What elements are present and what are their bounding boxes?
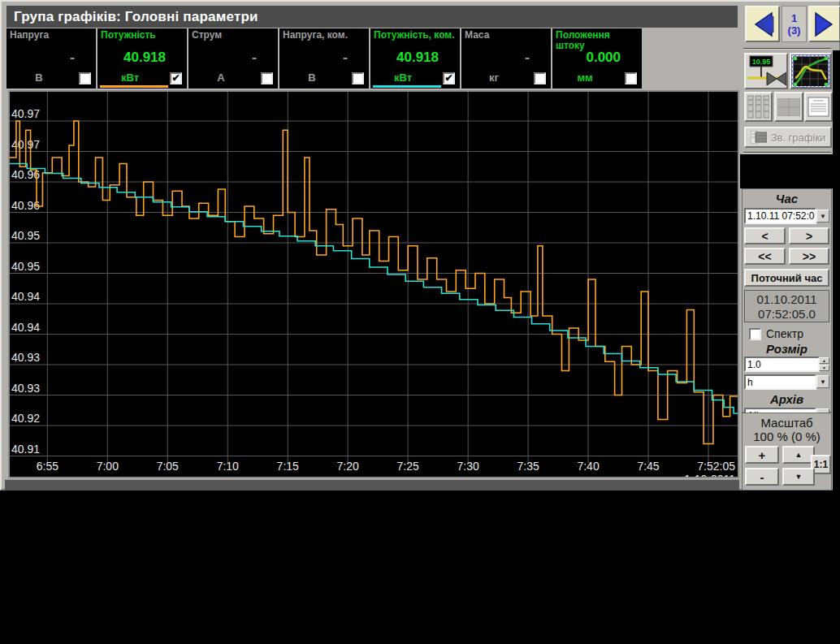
size-unit-dropdown-button[interactable]: ▼ [816,375,829,388]
scale-value: 100 % (0 %) [743,430,831,443]
datetime-display: 01.10.2011 07:52:05.0 [744,290,829,322]
svg-text:7:05: 7:05 [157,460,179,473]
valve-display-icon: 10.95 [746,54,786,88]
pan-up-button[interactable]: ▲ [782,446,815,464]
parameter-panel: Струм-А [188,28,278,89]
next-page-button[interactable] [808,6,840,42]
panel-label: Положення штоку [556,30,640,51]
panel-value: - [525,50,530,66]
panel-series-color-bar [100,85,168,88]
graphs-view-button[interactable] [790,53,832,89]
window-title: Група графіків: Головні параметри [6,6,738,28]
svg-text:7:30: 7:30 [457,460,479,473]
cabinets-icon [747,95,769,119]
table-view-button[interactable] [774,92,803,122]
size-section-header: Розмір [743,342,831,356]
panel-label: Струм [192,30,276,41]
chevron-down-icon: ▼ [820,378,826,386]
panel-series-color-bar [373,85,441,88]
svg-text:40.95: 40.95 [11,229,40,242]
size-spinner-up[interactable]: ▲ [819,357,829,364]
page-indicator: 1 (3) [782,6,807,42]
panel-plot-checkbox[interactable] [534,72,546,84]
current-time-button[interactable]: Поточний час [744,269,829,287]
panel-plot-checkbox[interactable]: ✔ [443,72,455,84]
svg-text:7:40: 7:40 [577,460,599,473]
size-spinner-down[interactable]: ▼ [819,365,829,371]
panel-plot-checkbox[interactable]: ✔ [170,72,182,84]
panel-plot-checkbox[interactable] [352,72,364,84]
fast-back-button[interactable]: << [744,248,786,265]
zoom-in-button[interactable]: + [745,446,779,464]
time-section: Час 1.10.11 07:52:05 ▼ < > << >> Поточни… [742,188,832,413]
scale-label: Масштаб [743,416,831,430]
page-current: 1 [782,12,806,24]
time-dropdown-button[interactable]: ▼ [816,210,829,223]
mimic-view-button[interactable]: 10.95 [744,53,788,89]
spectrum-label: Спектр [766,327,803,340]
panel-value: 40.918 [396,50,439,66]
chevron-down-icon: ▼ [820,213,826,220]
panel-plot-checkbox[interactable] [79,72,91,84]
panel-value: - [343,50,348,66]
svg-text:7:20: 7:20 [337,460,359,473]
panel-value: - [70,50,75,66]
svg-text:7:00: 7:00 [97,460,119,473]
svg-text:7:52:05: 7:52:05 [697,460,735,473]
panel-label: Напруга, ком. [283,30,367,41]
panel-value: 0.000 [586,50,621,66]
related-graphs-label: Зв. графіки [771,132,826,144]
time-dropdown[interactable]: 1.10.11 07:52:05 [744,208,816,224]
prev-page-button[interactable] [745,6,780,42]
panel-plot-checkbox[interactable] [261,72,273,84]
report-view-button[interactable] [804,92,833,122]
arrow-right-icon [811,10,838,39]
svg-text:40.96: 40.96 [11,199,40,212]
valve-display-value: 10.95 [752,58,771,66]
graph-group-window: Група графіків: Головні параметри Напруг… [0,0,840,491]
panel-unit: кВт [370,71,435,84]
size-unit-dropdown[interactable]: h [744,374,816,390]
step-back-button[interactable]: < [744,227,786,244]
panel-plot-checkbox[interactable] [625,72,637,84]
svg-text:40.94: 40.94 [11,290,40,303]
related-graphs-button[interactable]: Зв. графіки [744,127,832,148]
graphs-icon [794,57,828,86]
spectrum-checkbox[interactable] [749,328,761,340]
cabinets-view-button[interactable] [744,92,773,122]
chevron-up-icon: ▲ [822,358,826,363]
panel-value: - [252,50,257,66]
zoom-out-button[interactable]: - [745,468,779,486]
chart-bottom-strip [5,479,739,491]
parameter-panel: Потужність40.918кВт✔ [97,28,187,89]
panel-unit: кг [461,71,526,84]
related-graphs-icon [751,131,767,144]
desktop: Група графіків: Головні параметри Напруг… [0,0,840,644]
svg-text:7:10: 7:10 [217,460,239,473]
time-section-header: Час [743,192,831,205]
parameter-panel: Положення штоку0.000мм [552,28,642,89]
svg-text:6:55: 6:55 [37,460,58,473]
panel-unit: В [6,71,71,84]
svg-text:40.93: 40.93 [11,351,40,364]
chart-plot[interactable]: 40.9740.9740.9640.9640.9540.9540.9440.94… [8,90,739,478]
sidebar-divider-2 [743,152,831,153]
parameter-panel: Маса-кг [461,28,551,89]
svg-text:40.91: 40.91 [11,443,40,456]
sidebar-gap-right [833,50,840,154]
panel-unit: А [188,71,253,84]
svg-text:40.94: 40.94 [11,321,40,334]
chart-svg: 40.9740.9740.9640.9640.9540.9540.9440.94… [9,91,738,478]
datetime-date: 01.10.2011 [745,292,829,307]
panel-label: Потужність, ком. [374,30,458,41]
panel-unit: кВт [97,71,162,84]
sidebar-gap [740,154,840,188]
panel-label: Потужність [101,30,185,41]
sidebar-gap-right-2 [833,188,840,492]
pan-down-button[interactable]: ▼ [782,468,815,486]
table-icon [777,98,800,116]
step-forward-button[interactable]: > [789,227,829,244]
fast-forward-button[interactable]: >> [789,248,829,265]
size-input[interactable]: 1.0 [744,357,820,372]
svg-text:7:45: 7:45 [637,460,659,473]
